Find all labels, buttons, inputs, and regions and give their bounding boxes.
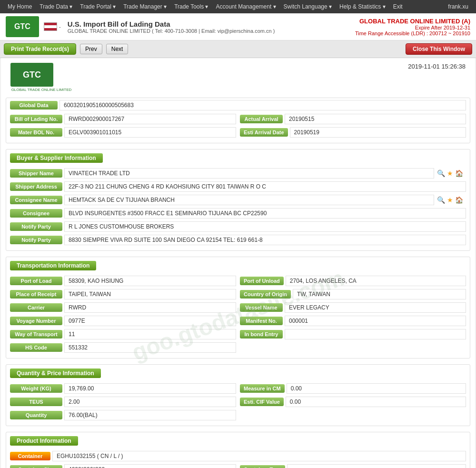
doc-timestamp: 2019-11-01 15:26:38: [408, 63, 466, 70]
nav-tradedata[interactable]: Trade Data ▾: [36, 3, 76, 10]
nav-trademanager[interactable]: Trade Manager ▾: [119, 3, 170, 10]
global-data-section: Global Data 6003201905160000505683 Bill …: [6, 98, 470, 143]
global-data-value: 6003201905160000505683: [60, 100, 466, 110]
us-flag: [44, 22, 57, 31]
home-icon[interactable]: 🏠: [455, 169, 463, 177]
global-data-label: Global Data: [10, 101, 58, 110]
doc-logo-box: GTC: [10, 63, 53, 87]
quantity-label-qp: Quantity: [10, 411, 62, 419]
transportation-title: Transportation Information: [10, 261, 96, 270]
transportation-section: Transportation Information Port of Load …: [6, 257, 470, 358]
header-bar: GTC - U.S. Import Bill of Lading Data GL…: [0, 13, 476, 40]
close-button-top[interactable]: Close This Window: [406, 43, 472, 55]
weight-measure-row: Weight (KG) 19,769.00 Measure in CM 0.00: [6, 382, 470, 395]
country-of-origin-label: Country of Origin: [240, 290, 291, 299]
in-bond-entry-label: In bond Entry: [240, 330, 283, 339]
print-button-top[interactable]: Print Trade Record(s): [4, 43, 76, 55]
manifest-no-label: Manifest No.: [240, 317, 283, 325]
vessel-name-label: Vessel Name: [240, 303, 283, 312]
container-size-value: 4000*806*800: [64, 464, 236, 468]
nav-tradeportal[interactable]: Trade Portal ▾: [76, 3, 119, 10]
notify-party-value1: R L JONES CUSTOMHOUSE BROKERS: [64, 221, 466, 232]
esti-cif-label-qp: Esti. CIF Value: [240, 398, 284, 406]
page-title: U.S. Import Bill of Lading Data: [68, 20, 275, 28]
port-of-load-value: 58309, KAO HSIUNG: [64, 276, 236, 286]
buyer-supplier-section: Buyer & Supplier Information Shipper Nam…: [6, 149, 470, 251]
notify-party-row1: Notify Party R L JONES CUSTOMHOUSE BROKE…: [6, 220, 470, 233]
shipper-name-label: Shipper Name: [10, 169, 62, 178]
shipper-address-label: Shipper Address: [10, 182, 62, 191]
nav-accountmanagement[interactable]: Account Management ▾: [212, 3, 280, 10]
country-of-origin-value: TW, TAIWAN: [293, 289, 466, 299]
star-icon[interactable]: ★: [447, 169, 453, 177]
hs-code-value: 551332: [64, 342, 236, 353]
bol-label: Bill of Lading No.: [10, 115, 62, 123]
quantity-row-qp: Quantity 76.00(BAL): [6, 408, 470, 422]
consignee-home-icon[interactable]: 🏠: [455, 196, 463, 204]
container-size-type-row: Container Size 4000*806*800 Container Ty…: [6, 463, 470, 468]
time-range: Time Range Accessible (LDR) : 200712 ~ 2…: [355, 30, 470, 36]
top-toolbar: Print Trade Record(s) Prev Next Close Th…: [0, 40, 476, 58]
nav-helpstatistics[interactable]: Help & Statistics ▾: [336, 3, 389, 10]
weight-label: Weight (KG): [10, 384, 62, 393]
next-button-top[interactable]: Next: [106, 44, 129, 54]
doc-logo: GTC GLOBAL TRADE ONLINE LIMITED: [10, 63, 72, 92]
hs-code-label: HS Code: [10, 343, 62, 352]
actual-arrival-label: Actual Arrival: [240, 115, 283, 123]
vessel-name-value: EVER LEGACY: [285, 302, 466, 313]
quantity-value-qp: 76.00(BAL): [64, 410, 236, 420]
master-bol-label: Mater BOL No.: [10, 128, 62, 137]
nav-exit[interactable]: Exit: [389, 3, 407, 10]
nav-switchlanguage[interactable]: Switch Language ▾: [280, 3, 336, 10]
manifest-no-value: 000001: [285, 316, 466, 326]
logo-text: GTC: [14, 22, 30, 31]
esti-arrival-value: 20190519: [290, 127, 466, 138]
consignee-search-icon[interactable]: 🔍: [437, 196, 445, 204]
site-title: U.S. Import Bill of Lading Data GLOBAL T…: [68, 20, 275, 34]
carrier-vessel-row: Carrier RWRD Vessel Name EVER LEGACY: [6, 301, 470, 314]
product-info-title: Product Information: [10, 436, 78, 446]
shipper-address-value: 22F-3 NO 211 CHUNG CHENG 4 RD KAOHSIUNG …: [64, 181, 466, 192]
search-icon[interactable]: 🔍: [437, 169, 445, 177]
bol-row: Bill of Lading No. RWRD002900017267 Actu…: [6, 112, 470, 126]
teus-cif-row: TEUS 2.00 Esti. CIF Value 0.00: [6, 395, 470, 408]
consignee-name-icons: 🔍 ★ 🏠: [434, 195, 466, 205]
quantity-price-section: Quantity & Price Information Weight (KG)…: [6, 364, 470, 426]
port-of-unload-value: 2704, LOS ANGELES, CA: [286, 276, 466, 286]
notify-party-label2: Notify Party: [10, 236, 62, 244]
way-of-transport-label: Way of Transport: [10, 330, 62, 339]
container-label: Container: [10, 452, 50, 460]
prev-button-top[interactable]: Prev: [80, 44, 102, 54]
doc-logo-sub: GLOBAL TRADE ONLINE LIMITED: [10, 88, 72, 92]
way-of-transport-value: 11: [64, 329, 236, 339]
notify-party-value2: 8830 SIEMPRE VIVA RD SUITE 100 SAN DIEGO…: [64, 235, 466, 245]
site-logo: GTC: [6, 16, 39, 37]
in-bond-entry-value: [285, 329, 466, 339]
nav-myhome[interactable]: My Home: [4, 3, 36, 10]
shipper-name-value: VINATECH TRADE LTD: [64, 168, 434, 179]
nav-tradetools[interactable]: Trade Tools ▾: [170, 3, 212, 10]
consignee-value: BLVD INSURGENTES #3500 FRACC E1 SEMINARI…: [64, 208, 466, 219]
consignee-star-icon[interactable]: ★: [447, 196, 453, 204]
place-of-receipt-value: TAIPEI, TAIWAN: [64, 289, 236, 299]
voyage-manifest-row: Voyage Number 0977E Manifest No. 000001: [6, 314, 470, 328]
receipt-origin-row: Place of Receipt TAIPEI, TAIWAN Country …: [6, 288, 470, 301]
master-bol-row: Mater BOL No. EGLV003901011015 Esti Arri…: [6, 126, 470, 139]
weight-value: 19,769.00: [64, 383, 236, 394]
container-type-label: Container Type: [240, 465, 285, 468]
bol-value: RWRD002900017267: [64, 114, 236, 124]
teus-label: TEUS: [10, 398, 62, 406]
consignee-name-label: Consignee Name: [10, 196, 62, 204]
container-value: EGHU1032155 ( CN / L / ): [52, 451, 466, 461]
hs-code-row: HS Code 551332: [6, 341, 470, 354]
global-data-row: Global Data 6003201905160000505683: [6, 98, 470, 112]
buyer-supplier-title: Buyer & Supplier Information: [10, 153, 103, 163]
main-content: goo.gtodatasite.com GTC GLOBAL TRADE ONL…: [1, 58, 475, 468]
site-contact: GLOBAL TRADE ONLINE LIMITED ( Tel: 400-7…: [68, 28, 275, 34]
company-name: GLOBAL TRADE ONLINE LIMITED (A): [355, 18, 470, 25]
place-of-receipt-label: Place of Receipt: [10, 290, 62, 299]
header-right: GLOBAL TRADE ONLINE LIMITED (A) Expire A…: [355, 18, 470, 36]
measure-value: 0.00: [287, 383, 466, 394]
carrier-value: RWRD: [64, 302, 236, 313]
carrier-label: Carrier: [10, 303, 62, 312]
